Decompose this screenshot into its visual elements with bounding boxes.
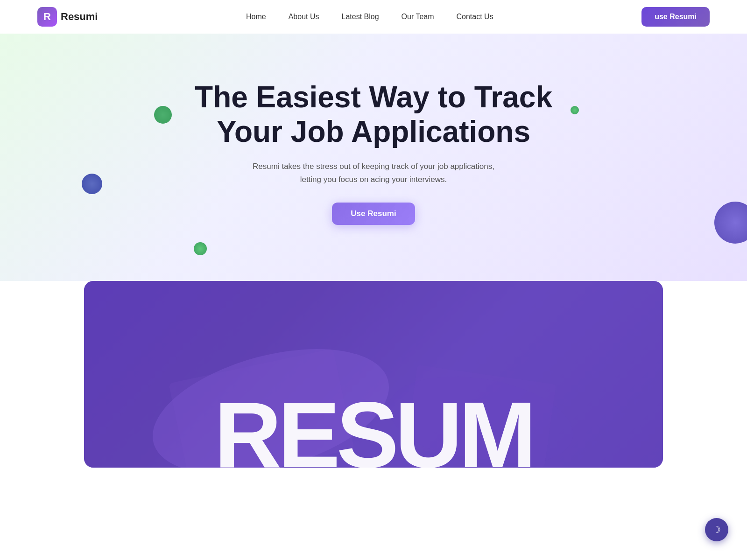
blob-green-bottom: [194, 242, 207, 255]
preview-card: RESUM: [84, 281, 663, 468]
hero-cta-button[interactable]: Use Resumi: [332, 203, 415, 225]
preview-text: RESUM: [214, 388, 533, 468]
logo-link[interactable]: R Resumi: [37, 7, 98, 27]
blob-green-sm-top: [571, 106, 579, 114]
blob-blue-left: [82, 174, 102, 194]
nav-links: Home About Us Latest Blog Our Team Conta…: [246, 13, 493, 21]
hero-title: The Easiest Way to Track Your Job Applic…: [163, 80, 584, 149]
nav-team[interactable]: Our Team: [402, 13, 434, 21]
preview-section: RESUM: [0, 281, 747, 468]
blob-purple-right: [714, 202, 747, 244]
nav-home[interactable]: Home: [246, 13, 266, 21]
nav-contact[interactable]: Contact Us: [457, 13, 493, 21]
logo-icon: R: [37, 7, 57, 27]
blob-green-top: [154, 106, 172, 124]
navbar: R Resumi Home About Us Latest Blog Our T…: [0, 0, 747, 34]
nav-blog[interactable]: Latest Blog: [342, 13, 379, 21]
logo-text: Resumi: [61, 11, 98, 23]
hero-section: The Easiest Way to Track Your Job Applic…: [0, 34, 747, 281]
nav-cta-button[interactable]: use Resumi: [641, 7, 710, 27]
hero-subtitle: Resumi takes the stress out of keeping t…: [252, 160, 495, 185]
nav-about[interactable]: About Us: [289, 13, 319, 21]
